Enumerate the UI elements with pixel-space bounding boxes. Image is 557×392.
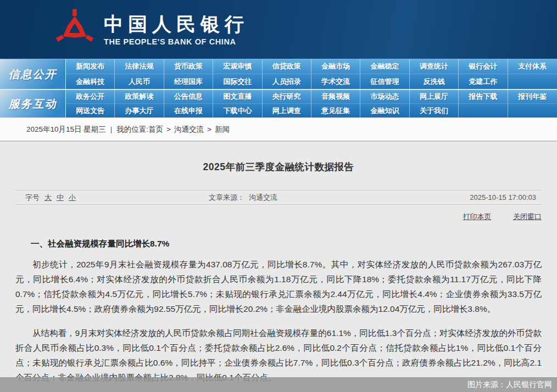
article-content: 2025年前三季度金融统计数据报告 字号 大 中 小 文章来源： 沟通交流 20… — [0, 142, 557, 392]
article-paragraph-1: 初步统计，2025年9月末社会融资规模存量为437.08万亿元，同比增长8.7%… — [15, 257, 542, 316]
breadcrumb-arrow: > — [207, 125, 211, 133]
close-window-link[interactable]: 关闭窗口 — [513, 212, 542, 221]
nav-band-information: 信息公开 新闻发布 法律法规 货币政策 宏观审慎 信贷政策 金融市场 金融稳定 … — [0, 59, 557, 89]
nav-item[interactable]: 央行研究 — [263, 90, 311, 104]
nav-item[interactable]: 意见征集 — [311, 104, 360, 117]
nav-item[interactable]: 金融市场 — [311, 59, 360, 74]
bank-name-en: THE PEOPLE'S BANK OF CHINA — [104, 37, 249, 46]
publish-timestamp: 2025-10-15 17:00:03 — [470, 191, 536, 204]
nav-item[interactable]: 经理国库 — [164, 74, 213, 89]
article-source: 文章来源： 沟通交流 — [209, 191, 277, 204]
nav-item[interactable]: 报告下载 — [459, 90, 508, 104]
font-size-large-button[interactable]: 大 — [44, 193, 52, 203]
nav-item[interactable]: 党建工作 — [459, 74, 508, 89]
source-value: 沟通交流 — [249, 193, 277, 203]
breadcrumb-separator: | — [110, 125, 113, 133]
nav-item-empty — [508, 74, 557, 89]
nav-item[interactable]: 人民币 — [115, 74, 164, 89]
font-size-medium-button[interactable]: 中 — [57, 193, 64, 203]
nav-item[interactable]: 金融稳定 — [360, 59, 409, 74]
nav-item[interactable]: 人员招录 — [263, 74, 311, 89]
article-actions: 打印本页 关闭窗口 — [15, 210, 542, 223]
nav-item[interactable]: 银行会计 — [459, 59, 508, 74]
breadcrumb-communication-link[interactable]: 沟通交流 — [174, 125, 204, 135]
nav-item[interactable]: 支付体系 — [508, 59, 557, 74]
nav-item[interactable]: 网送文告 — [66, 104, 115, 117]
nav-cells-information: 新闻发布 法律法规 货币政策 宏观审慎 信贷政策 金融市场 金融稳定 调查统计 … — [66, 59, 557, 89]
nav-item[interactable]: 学术交流 — [311, 74, 360, 89]
location-label: 我的位置: — [116, 125, 148, 135]
nav-item[interactable]: 金融知识 — [360, 104, 409, 117]
nav-item[interactable]: 法律法规 — [115, 59, 164, 74]
nav-item[interactable]: 音频视频 — [311, 90, 360, 104]
nav-item[interactable]: 反洗钱 — [410, 74, 459, 89]
article-title: 2025年前三季度金融统计数据报告 — [0, 142, 557, 173]
bank-logo-link[interactable]: 中国人民银行 THE PEOPLE'S BANK OF CHINA — [53, 7, 249, 52]
nav-item[interactable]: 政务公开 — [66, 90, 115, 104]
pboc-page: 中国人民银行 THE PEOPLE'S BANK OF CHINA 信息公开 新… — [0, 0, 557, 392]
pboc-logo-icon — [53, 7, 96, 52]
nav-item[interactable]: 调查统计 — [410, 59, 459, 74]
nav-item[interactable]: 货币政策 — [164, 59, 213, 74]
nav-item[interactable]: 报刊年鉴 — [508, 90, 557, 104]
nav-item[interactable]: 金融科技 — [66, 74, 115, 89]
nav-band-service: 服务互动 政务公开 政策解读 公告信息 图文直播 央行研究 音频视频 市场动态 … — [0, 89, 557, 117]
print-page-link[interactable]: 打印本页 — [463, 212, 491, 221]
font-size-label: 字号 — [25, 193, 40, 203]
nav-item[interactable]: 办事大厅 — [115, 104, 164, 117]
font-size-small-button[interactable]: 小 — [69, 193, 76, 203]
font-size-controls: 字号 大 中 小 — [25, 191, 76, 204]
nav-item[interactable]: 国际交往 — [213, 74, 262, 89]
section-heading: 一、社会融资规模存量同比增长8.7% — [31, 238, 542, 250]
source-label: 文章来源： — [209, 193, 244, 203]
tab-service-interaction[interactable]: 服务互动 — [0, 90, 66, 117]
breadcrumb: 2025年10月15日 星期三 | 我的位置: 首页 > 沟通交流 > 新闻 — [0, 118, 557, 142]
nav-item-empty — [508, 104, 557, 117]
nav-item[interactable]: 市场动态 — [360, 90, 409, 104]
image-source-caption: 图片来源：人民银行官网 — [467, 380, 552, 390]
bank-titles: 中国人民银行 THE PEOPLE'S BANK OF CHINA — [104, 14, 249, 46]
tab-information-disclosure[interactable]: 信息公开 — [0, 59, 66, 89]
nav-item[interactable]: 关于我们 — [410, 104, 459, 117]
site-header: 中国人民银行 THE PEOPLE'S BANK OF CHINA — [0, 0, 557, 59]
nav-item[interactable]: 图文直播 — [213, 90, 262, 104]
nav-item[interactable]: 网上调查 — [263, 104, 311, 117]
nav-item[interactable]: 在线申报 — [164, 104, 213, 117]
image-source-bar: 图片来源：人民银行官网 — [0, 377, 557, 392]
nav-item-empty — [459, 104, 508, 117]
current-date: 2025年10月15日 星期三 — [26, 125, 106, 135]
nav-cells-service: 政务公开 政策解读 公告信息 图文直播 央行研究 音频视频 市场动态 网上展厅 … — [66, 90, 557, 117]
nav-item[interactable]: 公告信息 — [164, 90, 213, 104]
nav-item[interactable]: 政策解读 — [115, 90, 164, 104]
nav-item[interactable]: 宏观审慎 — [213, 59, 262, 74]
main-nav: 信息公开 新闻发布 法律法规 货币政策 宏观审慎 信贷政策 金融市场 金融稳定 … — [0, 59, 557, 118]
nav-item[interactable]: 下载中心 — [213, 104, 262, 117]
breadcrumb-news-link[interactable]: 新闻 — [215, 125, 230, 135]
nav-item[interactable]: 征信管理 — [360, 74, 409, 89]
bank-name-cn: 中国人民银行 — [104, 14, 249, 36]
article-meta-bar: 字号 大 中 小 文章来源： 沟通交流 2025-10-15 17:00:03 — [15, 190, 542, 205]
breadcrumb-arrow: > — [166, 125, 171, 133]
nav-item[interactable]: 网上展厅 — [410, 90, 459, 104]
nav-item[interactable]: 新闻发布 — [66, 59, 115, 74]
breadcrumb-home-link[interactable]: 首页 — [148, 125, 163, 135]
article-paragraph-2: 从结构看，9月末对实体经济发放的人民币贷款余额占同期社会融资规模存量的61.1%… — [15, 326, 542, 385]
nav-item[interactable]: 信贷政策 — [263, 59, 311, 74]
